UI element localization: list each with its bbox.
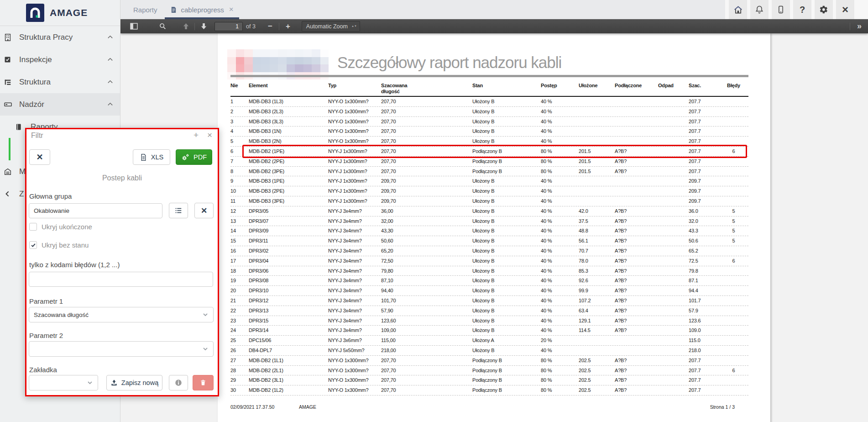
- chevron-up-icon: [107, 34, 114, 41]
- table-cell: A?B?: [609, 208, 653, 214]
- table-row: 11MDB-DB3 (3PE)NYY-J 1x300mm?209,70Ułożo…: [230, 196, 748, 206]
- zoom-level-select[interactable]: Automatic Zoom ▲▼: [302, 21, 360, 32]
- report-title: Szczegółowy raport nadzoru kabli: [337, 53, 561, 72]
- table-cell: 42.0: [575, 208, 609, 214]
- settings-button[interactable]: [815, 0, 833, 19]
- tab-label: cableprogress: [181, 6, 224, 14]
- table-cell: 40 %: [541, 348, 575, 353]
- tab-close-icon[interactable]: ×: [229, 5, 234, 14]
- page-count-label: of 3: [246, 23, 256, 30]
- sidebar-item-inspekcje[interactable]: Inspekcje: [0, 48, 120, 71]
- table-cell: Ułożony B: [472, 198, 541, 204]
- info-button[interactable]: [169, 375, 188, 390]
- delete-bookmark-button[interactable]: [193, 375, 214, 390]
- table-row: 20DPR3/10NYY-J 3x4mm?94,40Ułożony B40 %9…: [230, 286, 748, 296]
- table-cell: 207.7: [682, 99, 719, 105]
- dialog-detach-icon[interactable]: +: [193, 130, 199, 140]
- table-cell: Podłączony B: [472, 158, 541, 164]
- structure-icon: [4, 78, 16, 87]
- table-cell: NYY-J 3x4mm?: [328, 268, 381, 274]
- home-button[interactable]: [729, 0, 747, 19]
- table-cell: Podłączony B: [472, 358, 541, 364]
- table-cell: 40 %: [541, 138, 575, 144]
- sidebar-item-struktura[interactable]: Struktura: [0, 71, 120, 93]
- table-cell: 207,70: [381, 99, 472, 105]
- table-cell: 80 %: [541, 169, 575, 174]
- pdf-viewer[interactable]: Szczegółowy raport nadzoru kabli NieElem…: [120, 33, 868, 422]
- table-cell: NYY-J 3x4mm?: [328, 218, 381, 224]
- help-icon: ?: [800, 5, 805, 15]
- sidebar-toggle-icon[interactable]: [127, 21, 140, 32]
- table-cell: Ułożony B: [472, 178, 541, 184]
- table-cell: Ułożony B: [472, 278, 541, 284]
- export-xls-button[interactable]: XLS: [133, 149, 170, 165]
- group-clear-button[interactable]: ✕: [194, 203, 214, 218]
- table-cell: 207.7: [682, 387, 719, 393]
- mobile-button[interactable]: [772, 0, 790, 19]
- search-icon[interactable]: [156, 21, 169, 32]
- table-cell: DPR3/13: [249, 308, 328, 314]
- zoom-in-icon[interactable]: +: [282, 21, 294, 32]
- bell-button[interactable]: [750, 0, 769, 19]
- param2-select[interactable]: [29, 341, 214, 357]
- page-number-input[interactable]: [214, 22, 243, 31]
- table-cell: MDB-DB2 (3L1): [249, 377, 328, 383]
- pdf-toolbar: of 3 − + Automatic Zoom ▲▼ »: [120, 19, 868, 33]
- select-spinner-icon: ▲▼: [351, 25, 357, 27]
- table-cell: 209,70: [381, 178, 472, 184]
- tab-cableprogress[interactable]: cableprogress ×: [164, 0, 240, 19]
- table-cell: 207,70: [381, 158, 472, 164]
- table-cell: 15: [230, 238, 249, 244]
- table-cell: 40 %: [541, 278, 575, 284]
- table-cell: NYY-J 1x300mm?: [328, 198, 381, 204]
- more-tools-icon[interactable]: »: [857, 21, 862, 31]
- zoom-out-icon[interactable]: −: [264, 21, 277, 32]
- error-codes-input[interactable]: [29, 272, 213, 287]
- table-cell: 5: [719, 208, 748, 214]
- sidebar-item-struktura-pracy[interactable]: Struktura Pracy: [0, 26, 120, 48]
- table-cell: A?B?: [609, 318, 653, 324]
- table-cell: A?B?: [609, 288, 653, 294]
- table-cell: A?B?: [609, 308, 653, 314]
- report-company: AMAGE: [299, 404, 316, 410]
- table-cell: 40 %: [541, 327, 575, 333]
- bookmark-select[interactable]: [29, 375, 98, 390]
- dialog-close-icon[interactable]: ×: [207, 130, 212, 140]
- table-cell: Podłączony B: [472, 377, 541, 383]
- previous-page-icon[interactable]: [179, 21, 192, 32]
- close-filter-button[interactable]: ✕: [29, 149, 50, 165]
- close-button[interactable]: ×: [836, 0, 854, 19]
- table-cell: DPR3/04: [249, 258, 328, 264]
- table-cell: 115,00: [381, 338, 472, 343]
- table-cell: Ułożony B: [472, 318, 541, 324]
- help-button[interactable]: ?: [793, 0, 811, 19]
- table-cell: 9: [230, 178, 249, 184]
- filter-dialog: Filtr + × ✕ XLS: [25, 128, 219, 396]
- hide-no-state-checkbox[interactable]: Ukryj bez stanu: [29, 241, 89, 249]
- group-input[interactable]: [29, 203, 162, 218]
- table-cell: NYY-J 3x4mm?: [328, 278, 381, 284]
- table-cell: Ułożony B: [472, 218, 541, 224]
- export-pdf-button[interactable]: PDF: [176, 149, 212, 165]
- save-bookmark-button[interactable]: Zapisz nową: [106, 375, 162, 390]
- hide-completed-checkbox[interactable]: Ukryj ukończone: [29, 223, 92, 231]
- table-cell: 207.7: [682, 128, 719, 134]
- table-row: 30MDB-DB2 (1L2)NYY-O 1x300mm?207,70Podłą…: [230, 385, 748, 396]
- table-cell: 70.7: [575, 248, 609, 254]
- table-cell: 207.7: [682, 377, 719, 383]
- table-cell: MDB-DB2 (1L1): [249, 358, 328, 364]
- table-cell: Ułożony B: [472, 228, 541, 234]
- table-cell: 30: [230, 387, 249, 393]
- table-cell: 209,70: [381, 198, 472, 204]
- table-cell: Ułożony B: [472, 327, 541, 333]
- sidebar-item-label: Struktura Pracy: [19, 33, 120, 42]
- sidebar-item-nadzór[interactable]: Nadzór: [0, 93, 120, 116]
- group-picker-button[interactable]: [169, 203, 188, 218]
- table-cell: 32,00: [381, 218, 472, 224]
- column-header: Podłączone: [609, 83, 653, 89]
- param1-select[interactable]: Szacowana długość: [29, 307, 214, 322]
- tab-raporty[interactable]: Raporty: [127, 0, 164, 19]
- building-icon: [4, 33, 16, 42]
- table-cell: 6: [719, 368, 748, 374]
- next-page-icon[interactable]: [197, 21, 210, 32]
